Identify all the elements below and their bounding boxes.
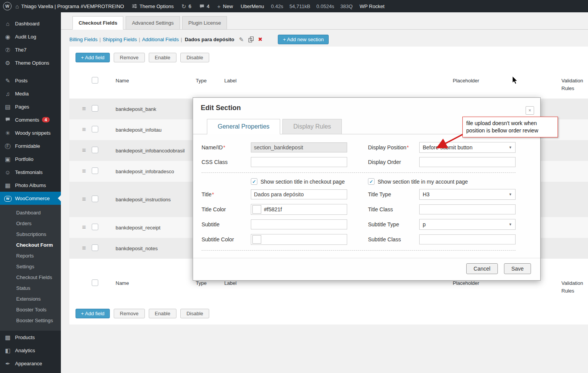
row-checkbox[interactable] — [92, 224, 98, 230]
sidebar-item-formidable[interactable]: Ⓕ Formidable — [0, 139, 61, 152]
sidebar-item-woocommerce[interactable]: W WooCommerce — [0, 192, 61, 205]
row-checkbox[interactable] — [92, 147, 98, 153]
site-name-link[interactable]: ⌂ Thiago Varella | Programa #VEMPROTREIN… — [12, 0, 128, 12]
show-title-checkout-checkbox[interactable]: ✓ Show section title in checkout page — [251, 178, 368, 185]
row-checkbox[interactable] — [92, 105, 98, 112]
submenu-item-extensions[interactable]: Extensions — [0, 294, 61, 304]
adminbar-theme-options[interactable]: Theme Options — [128, 0, 178, 12]
sidebar-item-woody-snippets[interactable]: ✳ Woody snippets — [0, 126, 61, 139]
sidebar-item-appearance[interactable]: ✒ Appearance — [0, 357, 61, 370]
subtitle-input[interactable] — [251, 219, 347, 229]
subtitle-class-input[interactable] — [419, 234, 516, 244]
sidebar-item-posts[interactable]: ✎ Posts — [0, 74, 61, 87]
submenu-item-booster-settings[interactable]: Booster Settings — [0, 315, 61, 326]
sidebar-item-analytics[interactable]: ◧ Analytics — [0, 344, 61, 357]
sidebar-item-dashboard[interactable]: ⌂ Dashboard — [0, 17, 61, 30]
select-all-checkbox[interactable] — [92, 279, 98, 286]
display-order-input[interactable] — [419, 157, 516, 167]
title-color-input[interactable]: #f5821f — [251, 204, 347, 215]
select-all-checkbox[interactable] — [92, 77, 98, 84]
close-icon[interactable]: × — [526, 106, 534, 115]
tab-checkout-fields[interactable]: Checkout Fields — [72, 16, 123, 30]
sidebar-item-portfolio[interactable]: ▣ Portfolio — [0, 152, 61, 166]
adminbar-updates[interactable]: ↻ 6 — [178, 0, 195, 12]
title-class-input[interactable] — [419, 204, 516, 214]
subtitle-color-input[interactable] — [251, 234, 347, 245]
duplicate-icon[interactable] — [249, 37, 254, 42]
row-checkbox[interactable] — [92, 167, 98, 174]
row-checkbox[interactable] — [92, 126, 98, 132]
sidebar-item-pages[interactable]: ▤ Pages — [0, 100, 61, 113]
tab-plugin-license[interactable]: Plugin License — [182, 16, 227, 29]
sidebar-item-products[interactable]: ▩ Products — [0, 331, 61, 344]
color-swatch[interactable] — [252, 205, 261, 214]
drag-handle[interactable]: ≡ — [76, 147, 92, 154]
drag-handle[interactable]: ≡ — [76, 167, 92, 175]
row-checkbox[interactable] — [92, 244, 98, 251]
separator: | — [139, 37, 140, 42]
delete-section-icon[interactable]: ✖ — [258, 36, 263, 42]
drag-handle[interactable]: ≡ — [76, 105, 92, 113]
enable-button[interactable]: Enable — [149, 309, 176, 318]
drag-handle[interactable]: ≡ — [76, 244, 92, 252]
adminbar-new[interactable]: + New — [213, 0, 237, 12]
row-checkbox[interactable] — [92, 196, 98, 202]
submenu-item-orders[interactable]: Orders — [0, 218, 61, 229]
submenu-item-reports[interactable]: Reports — [0, 251, 61, 261]
adminbar-comments[interactable]: 4 — [195, 0, 213, 12]
wordpress-logo-icon[interactable]: W — [3, 2, 12, 10]
disable-button[interactable]: Disable — [180, 309, 209, 318]
link-billing-fields[interactable]: Billing Fields — [69, 37, 97, 42]
title-input[interactable] — [251, 189, 347, 199]
submenu-item-subscriptions[interactable]: Subscriptions — [0, 229, 61, 240]
fields-toolbar-top: + Add field Remove Enable Disable — [69, 47, 588, 69]
remove-button[interactable]: Remove — [114, 53, 144, 62]
posts-icon: ✎ — [4, 78, 12, 84]
dashed-divider — [202, 250, 516, 251]
link-shipping-fields[interactable]: Shipping Fields — [102, 37, 137, 42]
tab-advanced-settings[interactable]: Advanced Settings — [126, 16, 180, 29]
save-button[interactable]: Save — [504, 263, 531, 274]
tab-general-properties[interactable]: General Properties — [207, 119, 280, 134]
sidebar-item-the7[interactable]: ⑦ The7 — [0, 43, 61, 56]
submenu-item-dashboard[interactable]: Dashboard — [0, 207, 61, 218]
drag-handle[interactable]: ≡ — [76, 224, 92, 231]
subtitle-type-select[interactable]: p ▼ — [419, 219, 516, 230]
enable-button[interactable]: Enable — [149, 53, 176, 62]
qm-queries: 383Q — [337, 3, 356, 9]
title-type-select[interactable]: H3 ▼ — [419, 189, 516, 200]
sidebar-item-testimonials[interactable]: ☺ Testimonials — [0, 166, 61, 179]
current-section-name: Dados para depósito — [185, 37, 234, 42]
adminbar-theme-options-label: Theme Options — [139, 3, 174, 9]
sidebar-item-comments[interactable]: Comments 4 — [0, 113, 61, 126]
sidebar-item-media[interactable]: ♫ Media — [0, 87, 61, 100]
sidebar-item-photo-albums[interactable]: ▦ Photo Albums — [0, 179, 61, 192]
submenu-item-status[interactable]: Status — [0, 283, 61, 294]
sidebar-item-label: Analytics — [15, 348, 35, 353]
sidebar-item-theme-options[interactable]: ⚙ Theme Options — [0, 56, 61, 69]
css-class-input[interactable] — [251, 157, 347, 167]
submenu-item-checkout-fields[interactable]: Checkout Fields — [0, 272, 61, 283]
add-field-button[interactable]: + Add field — [76, 309, 110, 318]
tab-display-rules[interactable]: Display Rules — [282, 119, 342, 134]
comments-badge: 4 — [42, 117, 50, 122]
submenu-item-settings[interactable]: Settings — [0, 261, 61, 272]
show-title-account-checkbox[interactable]: ✓ Show section title in my account page — [368, 178, 516, 185]
submenu-item-checkout-form[interactable]: Checkout Form — [0, 240, 61, 251]
drag-handle[interactable]: ≡ — [76, 196, 92, 203]
adminbar-wp-rocket[interactable]: WP Rocket — [356, 0, 388, 12]
remove-button[interactable]: Remove — [114, 309, 144, 318]
adminbar-ubermenu[interactable]: UberMenu — [237, 0, 268, 12]
column-header-name: Name — [109, 77, 190, 85]
submenu-item-booster-tools[interactable]: Booster Tools — [0, 304, 61, 315]
color-swatch[interactable] — [252, 235, 261, 244]
drag-handle[interactable]: ≡ — [76, 126, 92, 134]
name-id-input[interactable] — [251, 142, 347, 152]
sidebar-item-audit-log[interactable]: ◉ Audit Log — [0, 30, 61, 43]
link-additional-fields[interactable]: Additional Fields — [142, 37, 179, 42]
add-field-button[interactable]: + Add field — [76, 53, 110, 62]
cancel-button[interactable]: Cancel — [466, 263, 498, 274]
add-new-section-button[interactable]: + Add new section — [278, 35, 329, 44]
disable-button[interactable]: Disable — [180, 53, 209, 62]
edit-pencil-icon[interactable]: ✎ — [239, 37, 244, 42]
